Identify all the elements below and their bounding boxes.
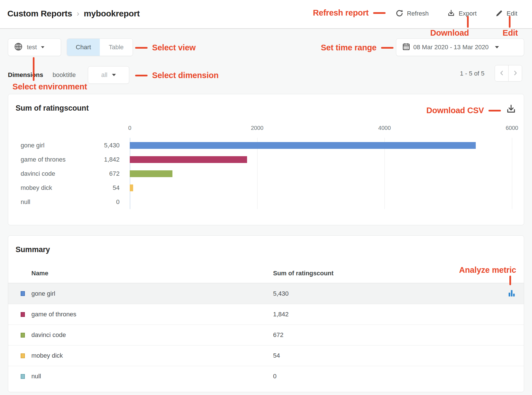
date-range-value: 08 Mar 2020 - 13 Mar 2020	[413, 44, 489, 51]
chart-plot	[130, 138, 512, 209]
chart-tick-row: 0200040006000	[130, 125, 512, 134]
chart-category-label: davinci code	[21, 167, 88, 181]
calendar-icon	[402, 42, 410, 52]
gridline	[512, 138, 512, 209]
row-name: davinci code	[31, 331, 66, 339]
row-name: gone girl	[31, 290, 55, 297]
chart-bar	[130, 184, 133, 191]
chart-category-label: null	[21, 195, 88, 209]
header-actions: Refresh Export Edit	[395, 0, 517, 27]
chart-bar-row	[130, 167, 512, 181]
annotation-set-time-range: Set time range	[321, 43, 393, 52]
breadcrumb-root[interactable]: Custom Reports	[7, 9, 72, 18]
annotation-line-select-environment	[33, 57, 34, 81]
annotation-download-csv: Download CSV	[426, 106, 501, 115]
x-tick-label: 0	[128, 125, 131, 131]
dimension-name: booktitle	[53, 71, 76, 79]
chevron-right-icon	[512, 70, 519, 77]
row-value: 54	[273, 352, 280, 359]
chart-value-label: 54	[88, 181, 120, 195]
top-header: Custom Reports › mybookreport Refresh	[0, 0, 532, 29]
chart-bar	[130, 156, 247, 163]
pencil-icon	[495, 9, 503, 18]
summary-table-header: Name Sum of ratingscount	[8, 264, 524, 283]
chart-category-label: game of thrones	[21, 153, 88, 167]
series-color-swatch	[21, 353, 25, 358]
chart-value-label: 0	[88, 195, 120, 209]
chart-bar	[130, 170, 172, 177]
chart-category-labels: gone girlgame of thronesdavinci codemobe…	[21, 138, 88, 209]
chart-bar	[130, 142, 476, 149]
pagination-controls	[495, 65, 522, 81]
chart-category-label: mobey dick	[21, 181, 88, 195]
column-header-metric: Sum of ratingscount	[273, 270, 334, 277]
chart-value-label: 672	[88, 167, 120, 181]
caret-down-icon	[112, 74, 116, 76]
next-page-button[interactable]	[508, 65, 522, 81]
download-icon	[447, 9, 455, 18]
series-color-swatch	[21, 333, 25, 338]
annotation-refresh-report: Refresh report	[313, 8, 386, 18]
series-color-swatch	[21, 312, 25, 317]
refresh-button[interactable]: Refresh	[395, 9, 429, 18]
view-toggle: Chart Table	[67, 38, 133, 56]
analyze-metric-icon[interactable]	[508, 289, 515, 298]
edit-button[interactable]: Edit	[495, 9, 517, 18]
series-color-swatch	[21, 291, 25, 296]
breadcrumb: Custom Reports › mybookreport	[7, 0, 140, 27]
annotation-select-dimension: Select dimension	[135, 71, 219, 80]
chart-value-label: 5,430	[88, 138, 120, 153]
annotation-download: Download	[430, 28, 469, 38]
row-value: 0	[273, 373, 276, 380]
export-button[interactable]: Export	[447, 9, 477, 18]
dimension-value-select[interactable]: all	[88, 66, 129, 84]
chevron-left-icon	[498, 70, 505, 77]
summary-title: Summary	[16, 245, 50, 254]
summary-card: Summary Name Sum of ratingscount gone gi…	[8, 235, 524, 392]
chart-value-label: 1,842	[88, 153, 120, 167]
caret-down-icon	[495, 46, 499, 48]
row-name: null	[31, 373, 41, 380]
annotation-line-analyze-metric	[509, 276, 511, 285]
dimensions-label: Dimensions	[8, 71, 43, 79]
environment-value: test	[27, 44, 37, 51]
series-color-swatch	[21, 374, 25, 379]
tab-chart[interactable]: Chart	[67, 39, 100, 56]
chart-title: Sum of ratingscount	[16, 104, 89, 113]
annotation-edit: Edit	[503, 28, 518, 38]
refresh-label: Refresh	[407, 10, 429, 17]
prev-page-button[interactable]	[495, 65, 508, 81]
dimension-value: all	[101, 71, 107, 79]
chart-category-label: gone girl	[21, 138, 88, 153]
date-range-picker[interactable]: 08 Mar 2020 - 13 Mar 2020	[396, 38, 524, 56]
table-row: davinci code672	[8, 325, 524, 345]
x-tick-label: 4000	[378, 125, 391, 131]
chevron-right-separator-icon: ›	[77, 9, 79, 18]
annotation-select-view: Select view	[135, 43, 196, 52]
row-name: mobey dick	[31, 352, 63, 359]
annotation-line-edit	[509, 16, 511, 28]
annotation-analyze-metric: Analyze metric	[459, 265, 516, 275]
globe-icon	[14, 42, 23, 52]
table-row: gone girl5,430	[8, 283, 524, 304]
environment-select[interactable]: test	[8, 38, 61, 56]
x-tick-label: 6000	[506, 125, 518, 131]
chart-bar-row	[130, 138, 512, 153]
row-value: 672	[273, 331, 284, 339]
tab-table[interactable]: Table	[100, 39, 133, 56]
edit-label: Edit	[507, 10, 517, 17]
row-value: 5,430	[273, 290, 289, 297]
chart-value-labels: 5,4301,842672540	[88, 138, 120, 209]
annotation-select-environment: Select environment	[12, 82, 87, 91]
chart-bar-row	[130, 153, 512, 167]
x-tick-label: 2000	[251, 125, 263, 131]
annotation-line-download	[467, 16, 469, 28]
column-header-name: Name	[31, 270, 48, 277]
refresh-icon	[395, 9, 403, 18]
pagination-info: 1 - 5 of 5	[460, 70, 485, 77]
download-csv-icon	[506, 111, 516, 115]
custom-report-page: Custom Reports › mybookreport Refresh	[0, 0, 532, 395]
download-csv-button[interactable]	[506, 104, 516, 115]
table-row: game of thrones1,842	[8, 304, 524, 325]
chart-bar-row	[130, 181, 512, 195]
